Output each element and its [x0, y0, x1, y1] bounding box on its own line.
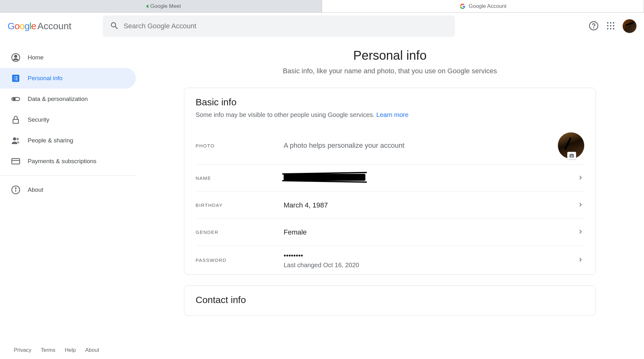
row-password[interactable]: PASSWORD •••••••• Last changed Oct 16, 2…: [196, 246, 584, 274]
apps-grid-icon[interactable]: [606, 21, 615, 31]
row-gender[interactable]: GENDER Female: [196, 218, 584, 246]
card-title: Contact info: [196, 295, 584, 305]
svg-point-1: [593, 28, 594, 28]
people-icon: [11, 136, 21, 145]
sidebar-item-payments[interactable]: Payments & subscriptions: [0, 151, 136, 172]
toggle-icon: [11, 94, 21, 104]
sidebar-item-security[interactable]: Security: [0, 109, 136, 130]
row-name[interactable]: NAME: [196, 164, 584, 191]
svg-point-7: [613, 25, 614, 26]
browser-tab-account[interactable]: Google Account: [322, 0, 644, 12]
sidebar-item-label: Data & personalization: [28, 96, 88, 102]
svg-point-9: [610, 28, 612, 30]
svg-point-6: [610, 25, 612, 26]
person-circle-icon: [11, 53, 21, 62]
svg-point-5: [607, 25, 608, 26]
chevron-right-icon: [577, 201, 584, 209]
row-label: PHOTO: [196, 143, 284, 148]
profile-photo-thumbnail[interactable]: [558, 132, 584, 159]
sidebar-divider: [0, 175, 136, 176]
card-title: Basic info: [196, 97, 584, 108]
profile-avatar[interactable]: [623, 19, 636, 33]
svg-point-4: [613, 22, 614, 24]
info-icon: [11, 185, 21, 195]
search-icon[interactable]: [110, 21, 119, 31]
row-value: [284, 174, 573, 183]
sidebar-item-personal-info[interactable]: Personal info: [0, 68, 136, 89]
password-last-changed: Last changed Oct 16, 2020: [284, 262, 573, 269]
lock-icon: [11, 115, 21, 124]
sidebar-item-label: Home: [28, 54, 44, 61]
row-birthday[interactable]: BIRTHDAY March 4, 1987: [196, 191, 584, 218]
google-account-logo[interactable]: Google Account: [8, 21, 71, 31]
app-header: Google Account: [0, 13, 644, 40]
camera-icon: [567, 152, 576, 159]
sidebar-item-home[interactable]: Home: [0, 47, 136, 68]
row-label: BIRTHDAY: [196, 202, 284, 208]
sidebar-item-label: People & sharing: [28, 137, 73, 144]
row-label: GENDER: [196, 229, 284, 235]
row-label: NAME: [196, 175, 284, 181]
svg-point-3: [610, 22, 612, 24]
meet-icon: [141, 3, 148, 10]
svg-rect-18: [12, 158, 20, 164]
card-description: Some info may be visible to other people…: [196, 111, 584, 119]
sidebar-nav: Home Personal info Data & personalizatio…: [0, 40, 136, 326]
help-icon[interactable]: [589, 21, 599, 32]
google-g-icon: [459, 3, 466, 10]
google-wordmark: Google: [8, 21, 36, 31]
sidebar-item-label: About: [28, 186, 43, 193]
search-bar[interactable]: [103, 15, 455, 37]
svg-point-8: [607, 28, 608, 30]
learn-more-link[interactable]: Learn more: [376, 111, 408, 118]
redacted-name: [284, 174, 365, 181]
id-card-icon: [11, 74, 21, 83]
contact-info-card: Contact info: [184, 285, 596, 316]
svg-point-2: [607, 22, 608, 24]
credit-card-icon: [11, 157, 21, 166]
tab-label: Google Meet: [150, 3, 181, 9]
row-photo[interactable]: PHOTO A photo helps personalize your acc…: [196, 127, 584, 164]
card-desc-text: Some info may be visible to other people…: [196, 111, 376, 118]
sidebar-item-data-personalization[interactable]: Data & personalization: [0, 89, 136, 109]
password-masked: ••••••••: [284, 251, 573, 260]
svg-rect-15: [13, 119, 19, 124]
svg-point-14: [13, 98, 15, 100]
sidebar-item-label: Payments & subscriptions: [28, 158, 97, 165]
sidebar-item-label: Personal info: [28, 75, 63, 82]
page-subtitle: Basic info, like your name and photo, th…: [283, 67, 497, 75]
svg-point-10: [613, 28, 614, 30]
svg-point-17: [17, 138, 19, 140]
row-value: Female: [284, 228, 573, 236]
row-label: PASSWORD: [196, 257, 284, 263]
sidebar-item-people-sharing[interactable]: People & sharing: [0, 130, 136, 151]
row-value: •••••••• Last changed Oct 16, 2020: [284, 251, 573, 269]
browser-tabs: Google Meet Google Account: [0, 0, 644, 13]
row-value: A photo helps personalize your account: [284, 141, 558, 150]
page-title: Personal info: [353, 48, 426, 63]
basic-info-card: Basic info Some info may be visible to o…: [184, 88, 596, 275]
sidebar-item-label: Security: [28, 116, 49, 123]
svg-point-16: [13, 137, 16, 141]
header-actions: [589, 19, 636, 33]
chevron-right-icon: [577, 228, 584, 236]
svg-point-12: [14, 55, 17, 58]
chevron-right-icon: [577, 174, 584, 182]
logo-account-text: Account: [37, 21, 71, 31]
browser-tab-meet[interactable]: Google Meet: [0, 0, 322, 12]
search-input[interactable]: [124, 22, 451, 30]
sidebar-item-about[interactable]: About: [0, 180, 136, 200]
main-content: Personal info Basic info, like your name…: [136, 40, 644, 326]
row-value: March 4, 1987: [284, 201, 573, 209]
chevron-right-icon: [577, 256, 584, 264]
svg-point-22: [15, 188, 16, 189]
tab-label: Google Account: [469, 3, 506, 9]
